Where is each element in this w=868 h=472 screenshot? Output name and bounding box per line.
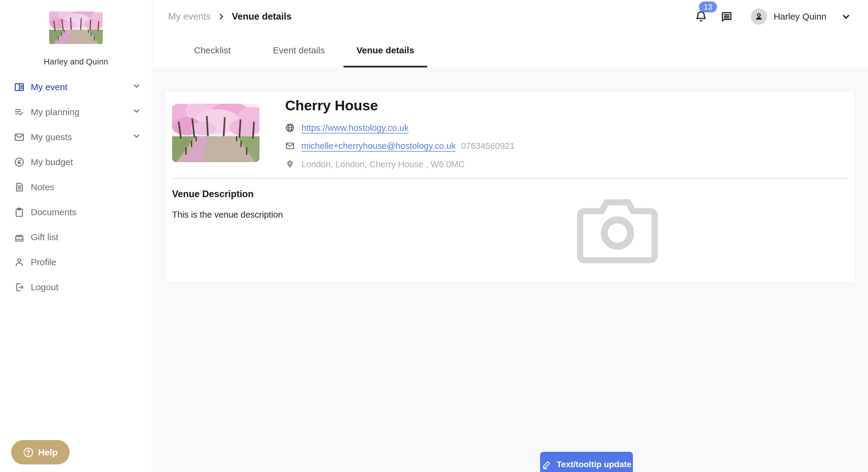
sidebar-item-my-event[interactable]: My event [0,74,152,99]
mail-icon [285,141,295,151]
main-area: My events Venue details 13 Harley Quinn [153,0,868,472]
sidebar-item-documents[interactable]: Documents [0,199,152,225]
notes-icon [14,182,25,193]
top-bar: My events Venue details 13 Harley Quinn [153,0,868,33]
venue-card: Cherry House https://www.hostology.co.uk… [165,91,856,283]
divider [172,179,848,179]
sidebar-item-label: Notes [31,182,54,192]
venue-website-row: https://www.hostology.co.uk [285,122,409,134]
budget-icon [14,157,25,167]
sidebar-item-label: My guests [31,132,72,142]
user-icon [754,11,764,22]
venue-email-link[interactable]: michelle+cherryhouse@hostology.co.uk [301,141,456,151]
help-button[interactable]: Help [11,440,70,465]
venue-address-row: London, London, Cherry House , W6 0MC [285,158,465,170]
pencil-icon [541,459,552,470]
breadcrumb-current: Venue details [232,11,291,22]
event-logo-image [49,11,103,44]
sidebar-item-label: Gift list [31,232,59,242]
notification-badge: 13 [699,1,717,12]
venue-address: London, London, Cherry House , W6 0MC [301,159,465,169]
user-menu[interactable]: Harley Quinn [751,8,851,25]
venue-title: Cherry House [285,97,378,114]
chevron-down-icon [132,131,141,143]
sidebar-item-gift-list[interactable]: Gift list [0,225,152,250]
logout-icon [14,282,25,293]
breadcrumb: My events Venue details [168,11,291,22]
map-pin-icon [285,159,295,169]
event-icon [14,82,25,93]
sidebar: Harley and Quinn My event My planning [0,0,152,472]
help-label: Help [38,447,58,458]
sidebar-item-label: Documents [31,207,76,217]
profile-icon [14,257,25,268]
chevron-down-icon [841,11,851,22]
user-name: Harley Quinn [774,11,827,22]
tab-checklist[interactable]: Checklist [169,33,255,67]
chat-icon [720,10,733,23]
sidebar-item-label: Profile [31,257,56,268]
planning-icon [14,107,25,118]
sidebar-item-profile[interactable]: Profile [0,250,152,275]
venue-website-link[interactable]: https://www.hostology.co.uk [301,123,409,133]
tab-venue-details[interactable]: Venue details [342,33,429,67]
top-actions: 13 Harley Quinn [695,0,851,33]
venue-phone: 07634560921 [461,141,515,151]
venue-email-row: michelle+cherryhouse@hostology.co.uk 076… [285,140,515,152]
tab-event-details[interactable]: Event details [255,33,342,67]
chevron-down-icon [132,106,141,118]
globe-icon [285,123,295,133]
sidebar-nav: My event My planning My guests [0,74,152,300]
guests-icon [14,132,25,143]
sidebar-item-label: My budget [31,157,73,167]
content-area: Cherry House https://www.hostology.co.uk… [153,67,868,472]
sidebar-item-my-guests[interactable]: My guests [0,124,152,150]
update-button-label: Text/tooltip update [557,460,631,469]
camera-placeholder-icon [574,194,661,265]
messages-button[interactable] [720,10,733,23]
venue-description-text: This is the venue description [172,210,283,220]
chevron-down-icon [132,82,141,93]
sidebar-item-my-budget[interactable]: My budget [0,150,152,175]
help-icon [23,447,34,458]
breadcrumb-my-events[interactable]: My events [168,11,211,22]
sidebar-item-label: My planning [31,107,80,117]
tab-bar: Checklist Event details Venue details [153,33,868,67]
sidebar-item-label: My event [31,82,67,92]
venue-photo [172,104,259,162]
sidebar-item-logout[interactable]: Logout [0,275,152,300]
venue-description-title: Venue Description [172,189,253,199]
sidebar-item-notes[interactable]: Notes [0,175,152,199]
avatar [751,8,767,25]
chevron-right-icon [217,13,225,21]
gift-icon [14,232,25,243]
event-name: Harley and Quinn [0,57,152,67]
sidebar-item-my-planning[interactable]: My planning [0,99,152,124]
documents-icon [14,207,25,218]
text-tooltip-update-button[interactable]: Text/tooltip update [540,452,633,472]
sidebar-item-label: Logout [31,282,59,292]
notifications-button[interactable]: 13 [695,10,707,23]
